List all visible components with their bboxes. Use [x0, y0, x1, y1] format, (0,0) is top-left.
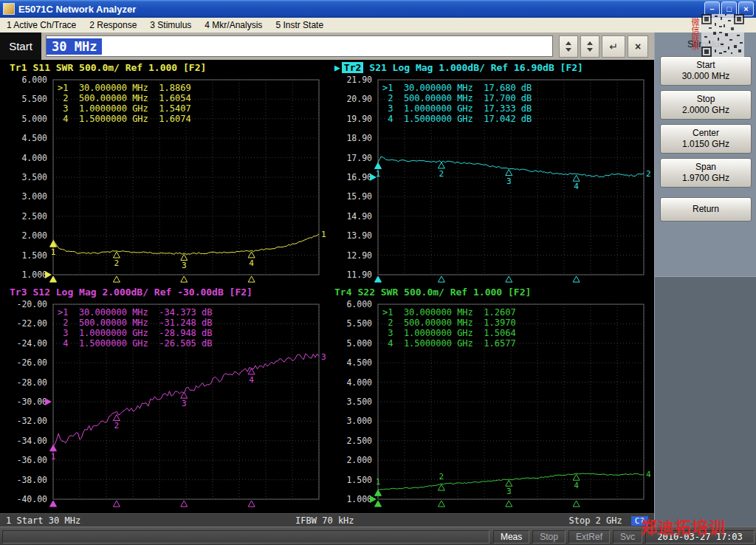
- trace1-name[interactable]: Tr1: [10, 62, 27, 73]
- svg-text:>1 30.000000 MHz -34.373 dB: >1 30.000000 MHz -34.373 dB: [58, 307, 213, 318]
- svg-text:5.000: 5.000: [21, 114, 47, 124]
- trace4-name[interactable]: Tr4: [334, 287, 351, 298]
- svg-text:1: 1: [51, 247, 56, 257]
- svg-text:5.500: 5.500: [346, 318, 372, 329]
- svg-text:3 1.0000000 GHz -28.948 dB: 3 1.0000000 GHz -28.948 dB: [58, 328, 213, 338]
- arrow-up-icon: [566, 41, 571, 45]
- menu-item-response[interactable]: 2 Response: [83, 20, 143, 30]
- svg-text:>1 30.000000 MHz 1.8869: >1 30.000000 MHz 1.8869: [58, 83, 191, 93]
- ifbw-label: IFBW 70 kHz: [295, 515, 354, 526]
- svg-text:-22.00: -22.00: [16, 318, 47, 329]
- analyzer-screen: ▶Tr1S11 SWR 500.0m/ Ref 1.000 [F2] 6.000…: [0, 60, 654, 513]
- trace4-format: S22 SWR 500.0m/ Ref 1.000 [F2]: [357, 287, 531, 298]
- svg-text:2.000: 2.000: [21, 230, 47, 241]
- entry-buttons: ↵ ×: [559, 35, 648, 58]
- svg-text:-36.00: -36.00: [16, 455, 47, 465]
- softkey-panel: Stimulus Start 30.000 MHz Stop 2.0000 GH…: [654, 32, 756, 527]
- graph-tr4-s22[interactable]: 6.0005.5005.0004.5004.0003.5003.0002.500…: [329, 298, 651, 508]
- svg-text:1: 1: [376, 169, 381, 179]
- trace2-name[interactable]: Tr2: [342, 62, 363, 73]
- qr-code-watermark: [701, 14, 744, 57]
- svg-text:4: 4: [574, 481, 579, 490]
- plot-tr4: ▶Tr4S22 SWR 500.0m/ Ref 1.000 [F2] 6.000…: [329, 287, 651, 510]
- svg-text:1.500: 1.500: [346, 475, 372, 485]
- svg-text:3: 3: [321, 352, 326, 362]
- softkey-value: 30.000 MHz: [662, 71, 749, 82]
- status-extref: ExtRef: [568, 530, 610, 544]
- enter-button[interactable]: ↵: [602, 35, 625, 58]
- svg-text:1.500: 1.500: [21, 250, 47, 261]
- trace2-format: S21 Log Mag 1.000dB/ Ref 16.90dB [F2]: [369, 62, 583, 73]
- svg-text:2.500: 2.500: [21, 211, 47, 222]
- app-icon: [3, 3, 15, 15]
- svg-text:19.90: 19.90: [346, 114, 372, 124]
- svg-text:13.90: 13.90: [346, 230, 372, 241]
- graph-tr1-s11[interactable]: 6.0005.5005.0004.5004.0003.5003.0002.500…: [4, 74, 326, 284]
- trace3-format: S12 Log Mag 2.000dB/ Ref -30.00dB [F2]: [32, 287, 252, 298]
- svg-text:4: 4: [249, 258, 254, 268]
- svg-text:3: 3: [182, 399, 187, 408]
- svg-text:4: 4: [646, 470, 651, 479]
- title-bar: E5071C Network Analyzer – □ ×: [0, 0, 756, 18]
- softkey-value: 1.0150 GHz: [662, 139, 749, 150]
- svg-text:3: 3: [506, 176, 512, 186]
- entry-toolbar: Start 30 MHz ↵ ×: [0, 32, 654, 60]
- entry-field[interactable]: 30 MHz: [46, 35, 553, 57]
- softkey-span[interactable]: Span 1.9700 GHz: [660, 158, 752, 188]
- qr-caption-watermark: 微信联系: [689, 18, 701, 50]
- trace3-name[interactable]: Tr3: [10, 287, 27, 298]
- svg-text:15.90: 15.90: [346, 191, 372, 202]
- svg-text:3 1.0000000 GHz 1.5407: 3 1.0000000 GHz 1.5407: [58, 103, 191, 114]
- softkey-start[interactable]: Start 30.000 MHz: [660, 56, 752, 86]
- plot-tr3: ▶Tr3S12 Log Mag 2.000dB/ Ref -30.00dB [F…: [4, 287, 326, 510]
- svg-text:4: 4: [574, 182, 579, 191]
- svg-text:2 500.00000 MHz 1.6054: 2 500.00000 MHz 1.6054: [58, 93, 191, 103]
- trace1-title: ▶Tr1S11 SWR 500.0m/ Ref 1.000 [F2]: [4, 62, 326, 74]
- svg-text:3: 3: [506, 487, 512, 496]
- menu-bar: 1 Active Ch/Trace 2 Response 3 Stimulus …: [0, 18, 756, 33]
- svg-text:2: 2: [646, 169, 651, 179]
- svg-text:18.90: 18.90: [346, 133, 372, 143]
- svg-text:-40.00: -40.00: [16, 494, 47, 504]
- active-trace-arrow-icon: ▶: [334, 62, 340, 73]
- red-banner-watermark: 郑迪拓培训: [641, 514, 726, 538]
- trace4-title: ▶Tr4S22 SWR 500.0m/ Ref 1.000 [F2]: [329, 287, 651, 298]
- menu-item-instr-state[interactable]: 5 Instr State: [269, 20, 330, 30]
- svg-text:-30.00: -30.00: [16, 397, 47, 407]
- menu-item-mkr-analysis[interactable]: 4 Mkr/Analysis: [198, 20, 269, 30]
- menu-item-stimulus[interactable]: 3 Stimulus: [143, 20, 198, 30]
- window-title: E5071C Network Analyzer: [18, 4, 136, 15]
- step-up-down-fine[interactable]: [580, 35, 599, 58]
- svg-text:2: 2: [114, 421, 120, 431]
- svg-text:1: 1: [51, 452, 56, 462]
- graph-tr3-s12[interactable]: -20.00-22.00-24.00-26.00-28.00-30.00-32.…: [4, 298, 326, 508]
- svg-text:2: 2: [439, 472, 444, 481]
- svg-text:2.000: 2.000: [346, 455, 372, 465]
- graph-tr2-s21[interactable]: 21.9020.9019.9018.9017.9016.9015.9014.90…: [329, 74, 651, 284]
- svg-text:>1 30.000000 MHz 17.680 dB: >1 30.000000 MHz 17.680 dB: [382, 83, 532, 93]
- svg-text:14.90: 14.90: [346, 211, 372, 222]
- svg-text:16.90: 16.90: [346, 172, 372, 182]
- softkey-center[interactable]: Center 1.0150 GHz: [660, 124, 752, 154]
- entry-close-button[interactable]: ×: [628, 35, 648, 58]
- svg-text:4 1.5000000 GHz 1.6577: 4 1.5000000 GHz 1.6577: [382, 338, 516, 349]
- softkey-stop[interactable]: Stop 2.0000 GHz: [660, 90, 752, 120]
- status-stop: Stop: [532, 530, 566, 544]
- svg-text:6.000: 6.000: [346, 299, 372, 309]
- svg-text:-20.00: -20.00: [16, 299, 47, 309]
- menu-item-active-ch-trace[interactable]: 1 Active Ch/Trace: [0, 20, 83, 30]
- svg-text:5.000: 5.000: [346, 338, 372, 349]
- step-up-down-coarse[interactable]: [559, 35, 578, 58]
- svg-text:-34.00: -34.00: [16, 436, 47, 446]
- svg-text:1.000: 1.000: [346, 494, 372, 504]
- svg-text:3 1.0000000 GHz 17.333 dB: 3 1.0000000 GHz 17.333 dB: [382, 103, 532, 114]
- trace2-title: ▶Tr2S21 Log Mag 1.000dB/ Ref 16.90dB [F2…: [329, 62, 651, 74]
- svg-text:4 1.5000000 GHz 17.042 dB: 4 1.5000000 GHz 17.042 dB: [382, 114, 532, 124]
- softkey-value: 1.9700 GHz: [662, 173, 749, 184]
- svg-text:1: 1: [376, 477, 381, 487]
- softkey-return[interactable]: Return: [660, 197, 752, 222]
- svg-text:2.500: 2.500: [346, 436, 372, 446]
- svg-text:4: 4: [249, 375, 254, 385]
- svg-text:11.90: 11.90: [346, 270, 372, 280]
- entry-value[interactable]: 30 MHz: [47, 38, 102, 55]
